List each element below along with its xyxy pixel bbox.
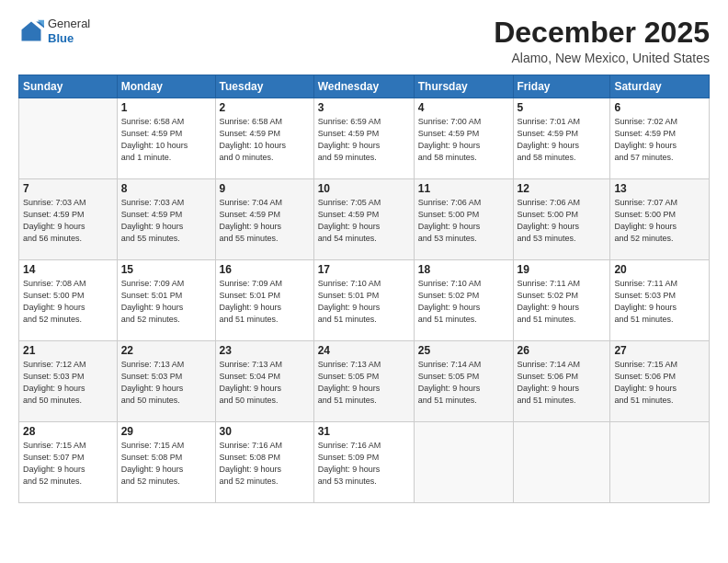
- day-info: Sunrise: 7:02 AM Sunset: 4:59 PM Dayligh…: [614, 116, 705, 164]
- calendar-cell: 23Sunrise: 7:13 AM Sunset: 5:04 PM Dayli…: [215, 341, 313, 422]
- day-info: Sunrise: 7:00 AM Sunset: 4:59 PM Dayligh…: [418, 116, 509, 164]
- calendar-cell: 19Sunrise: 7:11 AM Sunset: 5:02 PM Dayli…: [513, 260, 610, 341]
- day-number: 22: [121, 344, 211, 357]
- title-block: December 2025 Alamo, New Mexico, United …: [494, 17, 710, 65]
- day-number: 18: [418, 263, 509, 276]
- day-info: Sunrise: 7:06 AM Sunset: 5:00 PM Dayligh…: [518, 197, 607, 245]
- col-header-sunday: Sunday: [19, 75, 118, 98]
- calendar-cell: 7Sunrise: 7:03 AM Sunset: 4:59 PM Daylig…: [19, 179, 118, 260]
- day-info: Sunrise: 7:09 AM Sunset: 5:01 PM Dayligh…: [220, 278, 310, 326]
- logo-icon: [18, 18, 44, 44]
- day-info: Sunrise: 7:13 AM Sunset: 5:03 PM Dayligh…: [121, 359, 211, 407]
- day-number: 9: [220, 182, 310, 195]
- calendar-cell: 12Sunrise: 7:06 AM Sunset: 5:00 PM Dayli…: [513, 179, 610, 260]
- logo-blue: Blue: [48, 31, 90, 46]
- day-number: 8: [121, 182, 211, 195]
- day-info: Sunrise: 7:04 AM Sunset: 4:59 PM Dayligh…: [220, 197, 310, 245]
- day-number: 24: [318, 344, 410, 357]
- day-info: Sunrise: 7:10 AM Sunset: 5:01 PM Dayligh…: [318, 278, 410, 326]
- day-number: 14: [23, 263, 113, 276]
- logo: General Blue: [18, 17, 90, 45]
- day-number: 17: [318, 263, 410, 276]
- calendar-cell: 20Sunrise: 7:11 AM Sunset: 5:03 PM Dayli…: [610, 260, 710, 341]
- calendar-cell: [19, 98, 118, 179]
- col-header-thursday: Thursday: [414, 75, 513, 98]
- day-number: 10: [318, 182, 410, 195]
- day-info: Sunrise: 7:03 AM Sunset: 4:59 PM Dayligh…: [121, 197, 211, 245]
- calendar-cell: 2Sunrise: 6:58 AM Sunset: 4:59 PM Daylig…: [215, 98, 313, 179]
- day-number: 11: [418, 182, 509, 195]
- header: General Blue December 2025 Alamo, New Me…: [18, 17, 710, 65]
- month-title: December 2025: [494, 17, 710, 49]
- calendar-cell: 1Sunrise: 6:58 AM Sunset: 4:59 PM Daylig…: [117, 98, 215, 179]
- calendar-table: SundayMondayTuesdayWednesdayThursdayFrid…: [18, 75, 710, 503]
- day-info: Sunrise: 7:15 AM Sunset: 5:08 PM Dayligh…: [121, 440, 211, 488]
- day-info: Sunrise: 7:05 AM Sunset: 4:59 PM Dayligh…: [318, 197, 410, 245]
- day-info: Sunrise: 7:11 AM Sunset: 5:02 PM Dayligh…: [518, 278, 607, 326]
- calendar-cell: 11Sunrise: 7:06 AM Sunset: 5:00 PM Dayli…: [414, 179, 513, 260]
- calendar-header-row: SundayMondayTuesdayWednesdayThursdayFrid…: [19, 75, 710, 98]
- calendar-cell: 14Sunrise: 7:08 AM Sunset: 5:00 PM Dayli…: [19, 260, 118, 341]
- day-info: Sunrise: 7:15 AM Sunset: 5:07 PM Dayligh…: [23, 440, 113, 488]
- day-info: Sunrise: 7:07 AM Sunset: 5:00 PM Dayligh…: [614, 197, 705, 245]
- day-info: Sunrise: 7:14 AM Sunset: 5:05 PM Dayligh…: [418, 359, 509, 407]
- logo-text: General Blue: [48, 17, 90, 45]
- day-number: 21: [23, 344, 113, 357]
- day-number: 27: [614, 344, 705, 357]
- day-number: 1: [121, 101, 211, 114]
- day-info: Sunrise: 7:16 AM Sunset: 5:09 PM Dayligh…: [318, 440, 410, 488]
- calendar-cell: 4Sunrise: 7:00 AM Sunset: 4:59 PM Daylig…: [414, 98, 513, 179]
- calendar-cell: 26Sunrise: 7:14 AM Sunset: 5:06 PM Dayli…: [513, 341, 610, 422]
- col-header-monday: Monday: [117, 75, 215, 98]
- calendar-week-row: 14Sunrise: 7:08 AM Sunset: 5:00 PM Dayli…: [19, 260, 710, 341]
- calendar-week-row: 1Sunrise: 6:58 AM Sunset: 4:59 PM Daylig…: [19, 98, 710, 179]
- day-number: 5: [518, 101, 607, 114]
- day-info: Sunrise: 7:03 AM Sunset: 4:59 PM Dayligh…: [23, 197, 113, 245]
- day-number: 31: [318, 425, 410, 438]
- day-number: 16: [220, 263, 310, 276]
- calendar-cell: 30Sunrise: 7:16 AM Sunset: 5:08 PM Dayli…: [215, 422, 313, 503]
- calendar-week-row: 28Sunrise: 7:15 AM Sunset: 5:07 PM Dayli…: [19, 422, 710, 503]
- calendar-cell: 22Sunrise: 7:13 AM Sunset: 5:03 PM Dayli…: [117, 341, 215, 422]
- day-info: Sunrise: 7:06 AM Sunset: 5:00 PM Dayligh…: [418, 197, 509, 245]
- calendar-cell: [610, 422, 710, 503]
- day-number: 28: [23, 425, 113, 438]
- calendar-cell: 5Sunrise: 7:01 AM Sunset: 4:59 PM Daylig…: [513, 98, 610, 179]
- day-number: 6: [614, 101, 705, 114]
- day-number: 25: [418, 344, 509, 357]
- col-header-tuesday: Tuesday: [215, 75, 313, 98]
- day-number: 15: [121, 263, 211, 276]
- day-number: 13: [614, 182, 705, 195]
- calendar-cell: 13Sunrise: 7:07 AM Sunset: 5:00 PM Dayli…: [610, 179, 710, 260]
- logo-general: General: [48, 17, 90, 31]
- day-info: Sunrise: 7:16 AM Sunset: 5:08 PM Dayligh…: [220, 440, 310, 488]
- calendar-cell: 18Sunrise: 7:10 AM Sunset: 5:02 PM Dayli…: [414, 260, 513, 341]
- calendar-week-row: 7Sunrise: 7:03 AM Sunset: 4:59 PM Daylig…: [19, 179, 710, 260]
- day-info: Sunrise: 7:13 AM Sunset: 5:04 PM Dayligh…: [220, 359, 310, 407]
- calendar-cell: 17Sunrise: 7:10 AM Sunset: 5:01 PM Dayli…: [313, 260, 414, 341]
- calendar-cell: 3Sunrise: 6:59 AM Sunset: 4:59 PM Daylig…: [313, 98, 414, 179]
- day-info: Sunrise: 6:58 AM Sunset: 4:59 PM Dayligh…: [220, 116, 310, 164]
- calendar-cell: 28Sunrise: 7:15 AM Sunset: 5:07 PM Dayli…: [19, 422, 118, 503]
- day-number: 30: [220, 425, 310, 438]
- day-number: 20: [614, 263, 705, 276]
- calendar-cell: 25Sunrise: 7:14 AM Sunset: 5:05 PM Dayli…: [414, 341, 513, 422]
- calendar-cell: 15Sunrise: 7:09 AM Sunset: 5:01 PM Dayli…: [117, 260, 215, 341]
- day-info: Sunrise: 6:59 AM Sunset: 4:59 PM Dayligh…: [318, 116, 410, 164]
- day-info: Sunrise: 7:14 AM Sunset: 5:06 PM Dayligh…: [518, 359, 607, 407]
- calendar-cell: 10Sunrise: 7:05 AM Sunset: 4:59 PM Dayli…: [313, 179, 414, 260]
- day-info: Sunrise: 7:12 AM Sunset: 5:03 PM Dayligh…: [23, 359, 113, 407]
- day-number: 12: [518, 182, 607, 195]
- col-header-wednesday: Wednesday: [313, 75, 414, 98]
- col-header-saturday: Saturday: [610, 75, 710, 98]
- day-number: 2: [220, 101, 310, 114]
- calendar-cell: 16Sunrise: 7:09 AM Sunset: 5:01 PM Dayli…: [215, 260, 313, 341]
- col-header-friday: Friday: [513, 75, 610, 98]
- calendar-cell: [414, 422, 513, 503]
- day-info: Sunrise: 7:09 AM Sunset: 5:01 PM Dayligh…: [121, 278, 211, 326]
- calendar-cell: 6Sunrise: 7:02 AM Sunset: 4:59 PM Daylig…: [610, 98, 710, 179]
- day-info: Sunrise: 7:11 AM Sunset: 5:03 PM Dayligh…: [614, 278, 705, 326]
- calendar-cell: 24Sunrise: 7:13 AM Sunset: 5:05 PM Dayli…: [313, 341, 414, 422]
- calendar-cell: 31Sunrise: 7:16 AM Sunset: 5:09 PM Dayli…: [313, 422, 414, 503]
- calendar-cell: 21Sunrise: 7:12 AM Sunset: 5:03 PM Dayli…: [19, 341, 118, 422]
